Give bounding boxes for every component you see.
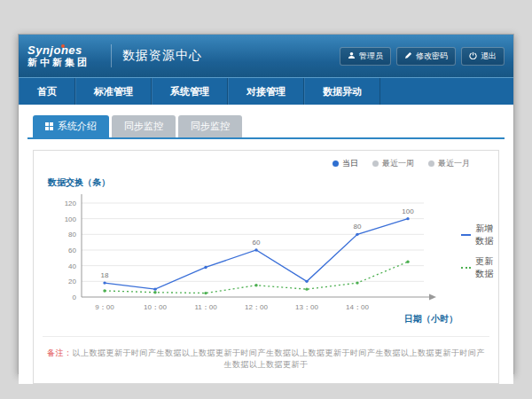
- logo-text: Synjones: [27, 44, 109, 57]
- admin-user-button[interactable]: 管理员: [340, 47, 391, 66]
- tab-underline: [27, 137, 505, 139]
- main-nav: 首页 标准管理 系统管理 对接管理 数据异动: [19, 77, 513, 105]
- tab-system-intro-label: 系统介绍: [58, 120, 97, 133]
- svg-text:9：00: 9：00: [95, 303, 114, 311]
- logo-wordmark: Synjones: [27, 43, 82, 57]
- svg-text:20: 20: [68, 278, 76, 286]
- footnote-label: 备注：: [47, 348, 73, 357]
- page-title: 数据资源中心: [122, 48, 202, 64]
- svg-text:40: 40: [68, 262, 76, 270]
- line-chart: 0204060801001209：0010：0011：0012：0013：001…: [43, 171, 461, 331]
- radio-dot-icon: [332, 160, 339, 167]
- legend-updated-data[interactable]: 更新数据: [461, 255, 494, 280]
- radio-dot-icon: [372, 160, 379, 167]
- svg-text:60: 60: [253, 239, 261, 246]
- change-password-label: 修改密码: [416, 51, 448, 62]
- chart-row: 0204060801001209：0010：0011：0012：0013：001…: [43, 171, 489, 331]
- tab-bar: 系统介绍 同步监控 同步监控: [27, 115, 505, 137]
- tab-sync-monitor-2[interactable]: 同步监控: [178, 115, 242, 137]
- svg-text:18: 18: [101, 271, 109, 279]
- logo: Synjones 新中新集团: [27, 44, 109, 67]
- filter-last-week[interactable]: 最近一周: [372, 158, 414, 169]
- svg-text:10：00: 10：00: [144, 303, 167, 311]
- logout-label: 退出: [481, 51, 497, 62]
- tab-sync-monitor-1[interactable]: 同步监控: [112, 115, 176, 137]
- logout-button[interactable]: 退出: [461, 47, 505, 66]
- desktop-background: Synjones 新中新集团 数据资源中心 管理员 修改密码 退出 首页 标准管: [0, 0, 532, 399]
- legend-new-data[interactable]: 新增数据: [461, 223, 494, 247]
- tab-sync-monitor-1-label: 同步监控: [124, 120, 163, 133]
- filter-today-label: 当日: [342, 158, 358, 169]
- svg-text:数据交换（条）: 数据交换（条）: [47, 177, 110, 187]
- svg-text:100: 100: [65, 215, 77, 223]
- admin-user-label: 管理员: [359, 51, 383, 62]
- grid-icon: [45, 121, 53, 132]
- legend-new-data-label: 新增数据: [475, 223, 494, 247]
- footnote: 备注：以上数据更新于时间产生数据以上数据更新于时间产生数据以上数据更新于时间产生…: [43, 336, 489, 376]
- logo-accent-dot: [61, 44, 65, 48]
- svg-text:80: 80: [354, 223, 362, 231]
- svg-text:120: 120: [65, 200, 77, 207]
- svg-text:12：00: 12：00: [245, 303, 268, 311]
- nav-item-interface-mgmt[interactable]: 对接管理: [228, 78, 304, 105]
- chart-legend: 新增数据 更新数据: [461, 215, 494, 288]
- svg-text:60: 60: [68, 246, 76, 254]
- app-window: Synjones 新中新集团 数据资源中心 管理员 修改密码 退出 首页 标准管: [18, 34, 514, 374]
- user-icon: [348, 51, 356, 61]
- nav-item-data-change[interactable]: 数据异动: [304, 78, 380, 105]
- filter-last-month-label: 最近一月: [438, 158, 470, 169]
- content-area: 系统介绍 同步监控 同步监控 当日 最近一: [19, 105, 513, 384]
- svg-text:11：00: 11：00: [194, 303, 217, 311]
- app-header: Synjones 新中新集团 数据资源中心 管理员 修改密码 退出: [19, 35, 513, 77]
- header-divider: [111, 44, 112, 67]
- filter-today[interactable]: 当日: [332, 158, 358, 169]
- svg-text:日期（小时）: 日期（小时）: [404, 314, 458, 324]
- filter-last-month[interactable]: 最近一月: [428, 158, 470, 169]
- nav-item-system-mgmt[interactable]: 系统管理: [152, 78, 228, 105]
- svg-text:80: 80: [68, 231, 76, 239]
- tab-system-intro[interactable]: 系统介绍: [33, 115, 109, 137]
- radio-dot-icon: [428, 160, 434, 167]
- dotted-line-swatch-icon: [461, 267, 471, 269]
- nav-item-home[interactable]: 首页: [19, 78, 75, 105]
- pencil-icon: [404, 51, 412, 61]
- nav-item-standard-mgmt[interactable]: 标准管理: [75, 78, 152, 105]
- range-filter-group: 当日 最近一周 最近一月: [43, 158, 489, 169]
- solid-line-swatch-icon: [461, 234, 471, 236]
- svg-text:14：00: 14：00: [346, 303, 369, 311]
- footnote-text: 以上数据更新于时间产生数据以上数据更新于时间产生数据以上数据更新于时间产生数据以…: [73, 348, 486, 369]
- svg-text:0: 0: [73, 293, 77, 301]
- tab-sync-monitor-2-label: 同步监控: [191, 120, 230, 133]
- svg-text:13：00: 13：00: [295, 303, 318, 311]
- chart-panel: 当日 最近一周 最近一月 0204060801001209：0010：0011：…: [33, 150, 499, 384]
- change-password-button[interactable]: 修改密码: [396, 47, 456, 66]
- svg-text:100: 100: [402, 207, 414, 215]
- legend-updated-data-label: 更新数据: [475, 255, 494, 280]
- logo-subtext: 新中新集团: [27, 57, 109, 67]
- filter-last-week-label: 最近一周: [382, 158, 414, 169]
- power-icon: [469, 51, 477, 61]
